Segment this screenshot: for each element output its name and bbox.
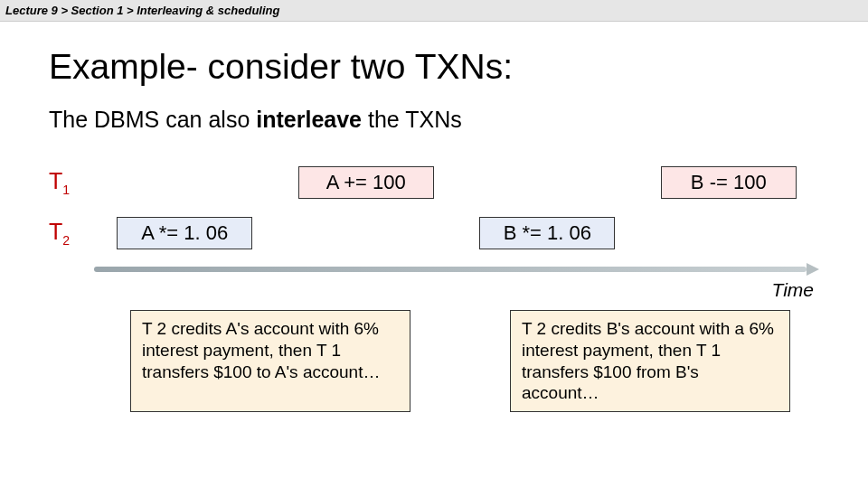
subtitle-pre: The DBMS can also (49, 107, 256, 132)
notes-row: T 2 credits A's account with 6% interest… (49, 310, 819, 412)
slot-2-2 (276, 217, 458, 249)
row-t2: T2 A *= 1. 06 B *= 1. 06 (49, 212, 819, 254)
note-left: T 2 credits A's account with 6% interest… (130, 310, 410, 412)
note-right: T 2 credits B's account with a 6% intere… (510, 310, 790, 412)
timeline-rows: T1 A += 100 B -= 100 T2 A *= 1. 06 (49, 162, 819, 254)
slot-1-1 (94, 166, 276, 199)
time-label: Time (49, 279, 819, 301)
time-axis (94, 263, 819, 276)
t1-subscript: 1 (62, 183, 70, 197)
op-b-mul: B *= 1. 06 (479, 217, 615, 249)
slide-content: Example- consider two TXNs: The DBMS can… (0, 22, 868, 412)
op-a-plus: A += 100 (298, 166, 434, 199)
subtitle-bold: interleave (256, 107, 362, 132)
slot-2-4 (638, 217, 820, 249)
slot-2-1: A *= 1. 06 (94, 217, 276, 249)
slot-1-3 (457, 166, 638, 199)
slot-2-3: B *= 1. 06 (457, 217, 638, 249)
t2-subscript: 2 (62, 233, 70, 248)
t2-label: T2 (49, 219, 94, 248)
t1-label: T1 (49, 168, 94, 197)
subtitle: The DBMS can also interleave the TXNs (49, 107, 819, 133)
t1-slots: A += 100 B -= 100 (94, 166, 819, 199)
t1-letter: T (49, 168, 62, 193)
row-t1: T1 A += 100 B -= 100 (49, 162, 819, 203)
t2-letter: T (49, 219, 62, 244)
t2-slots: A *= 1. 06 B *= 1. 06 (94, 217, 819, 249)
axis-line (94, 267, 807, 272)
op-a-mul: A *= 1. 06 (117, 217, 252, 249)
slot-1-2: A += 100 (276, 166, 458, 199)
slot-1-4: B -= 100 (638, 166, 820, 199)
op-b-minus: B -= 100 (661, 166, 797, 199)
subtitle-post: the TXNs (362, 107, 462, 132)
page-title: Example- consider two TXNs: (49, 47, 819, 87)
arrowhead-icon (807, 263, 819, 276)
breadcrumb: Lecture 9 > Section 1 > Interleaving & s… (0, 0, 868, 22)
